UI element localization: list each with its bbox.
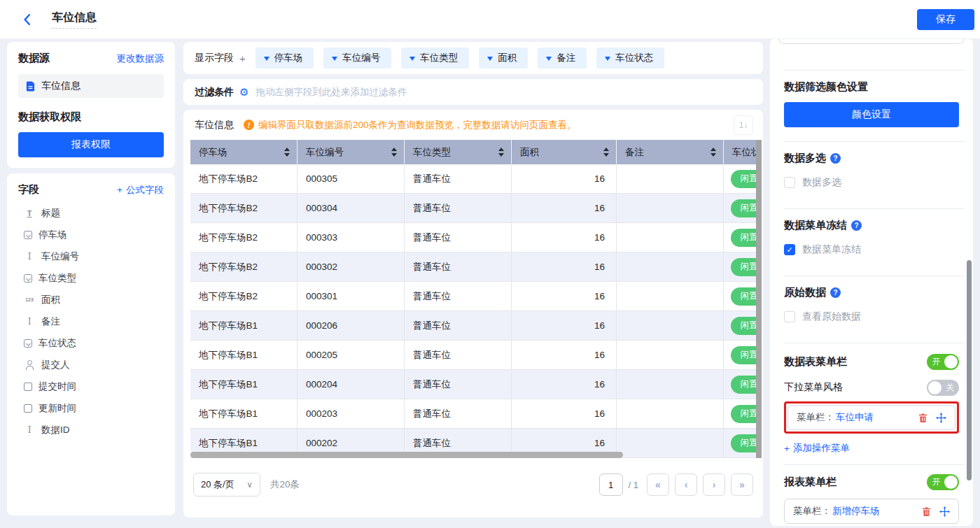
horizontal-scrollbar[interactable] xyxy=(190,452,623,458)
chip-label: 车位状态 xyxy=(615,52,653,64)
field-list: 标题 停车场 车位编号 车位类型 面积 xyxy=(18,202,164,441)
field-item[interactable]: 提交时间 xyxy=(18,376,164,397)
panel-scrollbar[interactable] xyxy=(967,260,972,480)
change-datasource-link[interactable]: 更改数据源 xyxy=(117,52,164,65)
display-field-chip[interactable]: 车位状态 xyxy=(596,48,664,69)
status-badge: 闲置 xyxy=(731,346,756,364)
column-header[interactable]: 停车场 xyxy=(190,140,298,164)
sort-arrows-icon[interactable] xyxy=(498,148,504,157)
back-button[interactable] xyxy=(21,13,34,26)
field-item[interactable]: 更新时间 xyxy=(18,397,164,419)
topbar: 车位信息 保存 xyxy=(0,0,980,38)
datasource-title: 数据源 xyxy=(18,52,50,65)
dropdown-style-toggle[interactable]: 关 xyxy=(927,380,959,396)
table-row[interactable]: 地下停车场B2 000304 普通车位 16 闲置 xyxy=(190,194,756,223)
table-row[interactable]: 地下停车场B2 000305 普通车位 16 闲置 xyxy=(190,164,756,194)
page-input[interactable]: 1 xyxy=(599,473,623,496)
datasource-item[interactable]: 车位信息 xyxy=(18,74,164,98)
status-badge: 闲置 xyxy=(731,287,756,306)
total-count: 共20条 xyxy=(270,478,300,491)
add-action-menu-link[interactable]: + 添加操作菜单 xyxy=(784,442,850,455)
select-icon xyxy=(24,339,32,348)
document-icon xyxy=(25,80,36,92)
page-size-select[interactable]: 20 条/页 ∨ xyxy=(193,473,260,497)
field-item[interactable]: 备注 xyxy=(18,311,164,332)
move-icon[interactable] xyxy=(939,506,950,517)
field-item[interactable]: 提交人 xyxy=(18,354,164,376)
report-menu-toggle[interactable]: 开 xyxy=(927,474,959,490)
table-row[interactable]: 地下停车场B1 000203 普通车位 16 闲置 xyxy=(190,399,756,429)
checkbox-checked[interactable] xyxy=(784,244,795,255)
field-item-label: 面积 xyxy=(41,294,60,306)
sort-tool-button[interactable]: 1↓ xyxy=(734,115,753,135)
settings-panel: 数据筛选颜色设置 颜色设置 数据多选 ? 数据多选 数据菜单冻结 ? 数据菜单冻… xyxy=(770,38,973,526)
column-header[interactable]: 车位状态 xyxy=(724,140,756,164)
table-row[interactable]: 地下停车场B2 000303 普通车位 16 闲置 xyxy=(190,223,756,252)
checkbox[interactable] xyxy=(784,177,795,188)
menu-freeze-checkbox[interactable]: 数据菜单冻结 xyxy=(784,243,959,256)
multi-select-checkbox[interactable]: 数据多选 xyxy=(784,176,959,189)
display-field-chip[interactable]: 面积 xyxy=(479,48,528,69)
prev-page-button[interactable]: ‹ xyxy=(675,473,697,496)
table-row[interactable]: 地下停车场B2 000302 普通车位 16 闲置 xyxy=(190,252,756,282)
first-page-button[interactable]: « xyxy=(647,473,669,496)
table-row[interactable]: 地下停车场B1 000206 普通车位 16 闲置 xyxy=(190,311,756,341)
warning-icon: ! xyxy=(244,120,254,130)
field-item-label: 车位状态 xyxy=(38,337,76,350)
table-title: 车位信息 xyxy=(195,119,234,131)
chip-label: 停车场 xyxy=(274,52,303,64)
help-icon[interactable]: ? xyxy=(830,287,841,298)
column-header[interactable]: 备注 xyxy=(617,140,724,164)
field-item[interactable]: 数据ID xyxy=(18,419,164,441)
checkbox[interactable] xyxy=(784,311,795,322)
table-row[interactable]: 地下停车场B1 000204 普通车位 16 闲置 xyxy=(190,370,756,399)
trash-icon[interactable] xyxy=(918,413,928,423)
status-badge: 闲置 xyxy=(731,229,756,247)
vertical-scrollbar[interactable] xyxy=(756,140,762,458)
display-field-chip[interactable]: 备注 xyxy=(538,48,587,69)
table-header-row: 停车场 车位编号 车位类型 面积 备注 车位状态 xyxy=(190,140,756,164)
status-badge: 闲置 xyxy=(731,405,756,423)
field-item[interactable]: 标题 xyxy=(18,202,164,224)
chevron-down-icon xyxy=(264,57,270,64)
sort-arrows-icon[interactable] xyxy=(710,148,716,157)
table-menu-item[interactable]: 菜单栏： 车位申请 xyxy=(788,405,955,430)
color-settings-button[interactable]: 颜色设置 xyxy=(784,102,959,127)
save-button[interactable]: 保存 xyxy=(917,9,974,30)
sort-arrows-icon[interactable] xyxy=(284,148,290,157)
column-header[interactable]: 面积 xyxy=(512,140,617,164)
sort-arrows-icon[interactable] xyxy=(603,148,609,157)
field-item[interactable]: 停车场 xyxy=(18,224,164,245)
table-row[interactable]: 地下停车场B1 000205 普通车位 16 闲置 xyxy=(190,341,756,370)
add-display-field-button[interactable]: + xyxy=(239,52,246,64)
column-header[interactable]: 车位编号 xyxy=(298,140,405,164)
help-icon[interactable]: ? xyxy=(851,220,862,231)
field-item[interactable]: 车位编号 xyxy=(18,245,164,267)
table-row[interactable]: 地下停车场B2 000301 普通车位 16 闲置 xyxy=(190,282,756,311)
add-formula-field-link[interactable]: + 公式字段 xyxy=(117,184,164,197)
move-icon[interactable] xyxy=(936,413,946,423)
trash-icon[interactable] xyxy=(921,506,932,517)
display-field-chip[interactable]: 停车场 xyxy=(255,48,314,69)
last-page-button[interactable]: » xyxy=(731,473,753,496)
display-field-chip[interactable]: 车位类型 xyxy=(401,48,469,69)
status-badge: 闲置 xyxy=(731,199,756,217)
color-settings-title: 数据筛选颜色设置 xyxy=(784,80,959,94)
field-item[interactable]: 车位状态 xyxy=(18,332,164,354)
report-permission-button[interactable]: 报表权限 xyxy=(18,132,164,157)
field-item[interactable]: 车位类型 xyxy=(18,267,164,289)
report-menu-item[interactable]: 菜单栏： 新增停车场 xyxy=(784,499,959,524)
field-item[interactable]: 面积 xyxy=(18,289,164,311)
next-page-button[interactable]: › xyxy=(703,473,725,496)
column-header[interactable]: 车位类型 xyxy=(405,140,512,164)
sort-arrows-icon[interactable] xyxy=(391,148,397,157)
cell-space-type: 普通车位 xyxy=(405,341,512,369)
gear-icon[interactable]: ⚙ xyxy=(239,87,248,97)
help-icon[interactable]: ? xyxy=(830,153,841,164)
cell-parking-lot: 地下停车场B1 xyxy=(190,311,298,340)
display-field-chip[interactable]: 车位编号 xyxy=(323,48,391,69)
menu-freeze-section: 数据菜单冻结 ? 数据菜单冻结 xyxy=(770,209,973,276)
table-menu-toggle[interactable]: 开 xyxy=(927,354,959,370)
cell-note xyxy=(617,399,724,428)
raw-data-checkbox[interactable]: 查看原始数据 xyxy=(784,311,959,323)
